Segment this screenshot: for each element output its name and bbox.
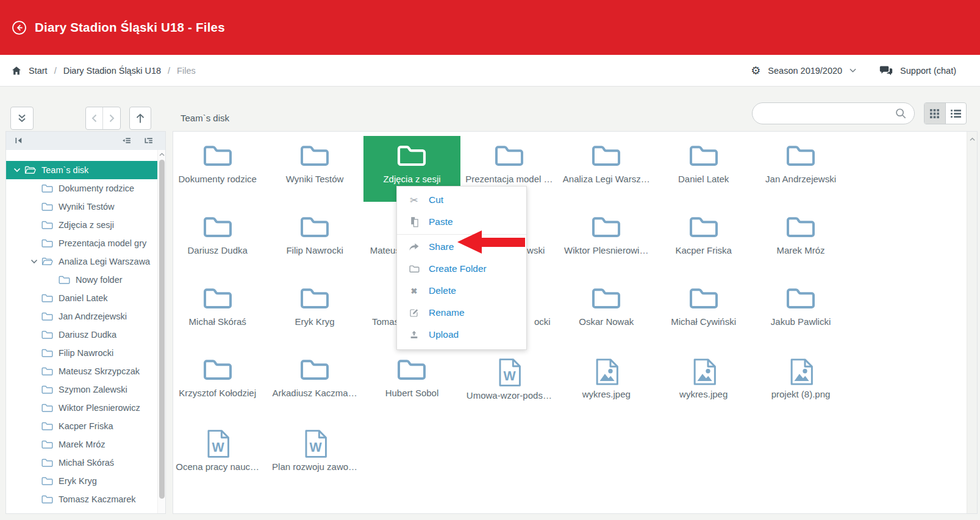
folder-icon xyxy=(41,293,53,303)
tree-item[interactable]: Daniel Latek xyxy=(6,289,157,307)
grid-item-image[interactable]: wykres.jpeg xyxy=(655,350,752,416)
grid-item-folder[interactable]: Hubert Sobol xyxy=(363,350,460,416)
collapse-panel-button[interactable] xyxy=(10,107,34,130)
collapse-sidebar-icon[interactable] xyxy=(15,137,24,144)
menu-item-paste[interactable]: Paste xyxy=(397,211,526,233)
search-box xyxy=(752,102,915,124)
grid-view-button[interactable] xyxy=(925,103,945,124)
folder-icon xyxy=(592,214,621,240)
season-selector[interactable]: Season 2019/2020 xyxy=(768,66,842,76)
tree-item[interactable]: Mateusz Skrzypczak xyxy=(6,362,157,380)
scroll-up-icon[interactable] xyxy=(159,152,165,157)
chevron-down-icon[interactable] xyxy=(30,259,38,264)
tree-item[interactable]: Tomasz Kaczmarek xyxy=(6,490,157,508)
tree-item[interactable]: Kacper Friska xyxy=(6,417,157,435)
page-title: Diary Stadion Śląski U18 - Files xyxy=(35,20,225,35)
word-file-icon: W xyxy=(302,429,327,458)
tree-item-teams-disk[interactable]: Team`s disk xyxy=(6,161,157,179)
grid-item-word-doc[interactable]: W Plan rozwoju zawo… xyxy=(266,421,363,487)
tree-item[interactable]: Dariusz Dudka xyxy=(6,326,157,344)
menu-item-cut[interactable]: ✂ Cut xyxy=(397,189,526,211)
grid-row: W Ocena pracy nauc… W Plan rozwoju zawo… xyxy=(173,421,363,487)
rename-icon xyxy=(408,308,420,318)
tree-item[interactable]: Michał Skóraś xyxy=(6,454,157,472)
up-folder-button[interactable] xyxy=(129,107,151,130)
grid-item-folder[interactable]: Jan Andrzejewski xyxy=(752,136,849,202)
folder-icon xyxy=(397,357,426,382)
grid-item-folder[interactable]: Jakub Pawlicki xyxy=(752,279,849,344)
folder-open-icon xyxy=(24,165,36,175)
home-icon[interactable] xyxy=(11,65,22,76)
grid-item-folder[interactable]: Eryk Kryg xyxy=(266,279,363,344)
grid-item-folder[interactable]: Marek Mróz xyxy=(752,207,849,273)
tree-item[interactable]: Zdjęcia z sesji xyxy=(6,216,157,234)
tree-item[interactable]: Prezentacja model gry xyxy=(6,234,157,252)
folder-icon xyxy=(300,143,329,168)
tree-item[interactable]: Marek Mróz xyxy=(6,435,157,454)
tree-item[interactable]: Dokumenty rodzice xyxy=(6,179,157,198)
grid-item-folder[interactable]: Oskar Nowak xyxy=(558,279,655,344)
breadcrumb-start[interactable]: Start xyxy=(29,66,48,76)
folder-icon xyxy=(41,366,53,376)
folder-icon xyxy=(300,357,329,382)
forward-nav-button[interactable] xyxy=(103,107,120,129)
support-chat-link[interactable]: Support (chat) xyxy=(900,66,956,76)
tree-item[interactable]: Jan Andrzejewski xyxy=(6,307,157,326)
scrollbar-thumb[interactable] xyxy=(159,160,165,499)
list-view-button[interactable] xyxy=(945,103,966,124)
tree-item[interactable]: Wyniki Testów xyxy=(6,198,157,216)
tree-item-expanded[interactable]: Analiza Legi Warszawa xyxy=(6,252,157,271)
menu-item-delete[interactable]: ✖ Delete xyxy=(397,280,526,302)
tree-item[interactable]: Wiktor Plesnierowicz xyxy=(6,399,157,417)
upload-icon xyxy=(408,330,420,340)
grid-item-folder[interactable]: Daniel Latek xyxy=(655,136,752,202)
tree-item[interactable]: Eryk Kryg xyxy=(6,472,157,490)
tree-item[interactable]: Filip Nawrocki xyxy=(6,344,157,362)
tree-item[interactable]: Szymon Zalewski xyxy=(6,380,157,399)
search-icon[interactable] xyxy=(895,107,907,119)
grid-item-folder[interactable]: Michał Cywiński xyxy=(655,279,752,344)
folder-tree: Team`s disk Dokumenty rodzice Wyniki Tes… xyxy=(6,150,157,513)
sidebar-scrollbar[interactable] xyxy=(157,150,165,513)
grid-item-folder[interactable]: Dariusz Dudka xyxy=(173,207,266,273)
folder-icon xyxy=(495,143,524,168)
grid-item-word-doc[interactable]: W Umowa-wzor-pods… xyxy=(460,350,557,416)
paste-icon xyxy=(408,216,420,227)
search-input[interactable] xyxy=(753,103,895,124)
topbar-right: ⚙ Season 2019/2020 Support (chat) xyxy=(751,65,956,76)
grid-item-folder[interactable]: Wiktor Plesnierowi… xyxy=(558,207,655,273)
menu-item-upload[interactable]: Upload xyxy=(397,324,526,346)
folder-icon xyxy=(397,143,426,168)
scroll-up-icon[interactable] xyxy=(970,137,975,141)
folder-icon xyxy=(41,403,53,413)
expand-all-icon[interactable] xyxy=(144,137,153,144)
grid-item-folder[interactable]: Kacper Friska xyxy=(655,207,752,273)
grid-item-folder[interactable]: Dokumenty rodzice xyxy=(173,136,266,202)
folder-icon xyxy=(203,143,232,168)
folder-icon xyxy=(41,183,53,193)
grid-item-folder[interactable]: Krzysztof Kołodziej xyxy=(173,350,266,416)
grid-item-folder[interactable]: Filip Nawrocki xyxy=(266,207,363,273)
grid-item-folder[interactable]: Wyniki Testów xyxy=(266,136,363,202)
collapse-all-icon[interactable] xyxy=(122,137,131,144)
grid-item-image[interactable]: wykres.jpeg xyxy=(558,350,655,416)
main-scrollbar[interactable] xyxy=(967,132,977,513)
menu-item-rename[interactable]: Rename xyxy=(397,302,526,324)
chevron-down-icon[interactable] xyxy=(13,168,21,173)
grid-item-folder[interactable]: Arkadiusz Kaczma… xyxy=(266,350,363,416)
folder-icon xyxy=(786,143,815,168)
grid-item-image[interactable]: projekt (8).png xyxy=(752,350,849,416)
breadcrumb-bar: Start / Diary Stadion Śląski U18 / Files… xyxy=(0,55,980,87)
back-icon[interactable] xyxy=(11,20,27,36)
back-nav-button[interactable] xyxy=(86,107,103,129)
grid-item-word-doc[interactable]: W Ocena pracy nauc… xyxy=(173,421,266,487)
tree-item[interactable]: Nowy folder xyxy=(6,271,157,289)
folder-icon xyxy=(592,143,621,168)
folder-icon xyxy=(203,214,232,240)
menu-item-create-folder[interactable]: Create Folder xyxy=(397,258,526,280)
grid-item-folder[interactable]: Analiza Legi Warsz… xyxy=(558,136,655,202)
breadcrumb-team[interactable]: Diary Stadion Śląski U18 xyxy=(63,66,161,76)
folder-icon xyxy=(689,285,718,311)
folder-icon xyxy=(41,494,53,504)
grid-item-folder[interactable]: Michał Skóraś xyxy=(173,279,266,344)
